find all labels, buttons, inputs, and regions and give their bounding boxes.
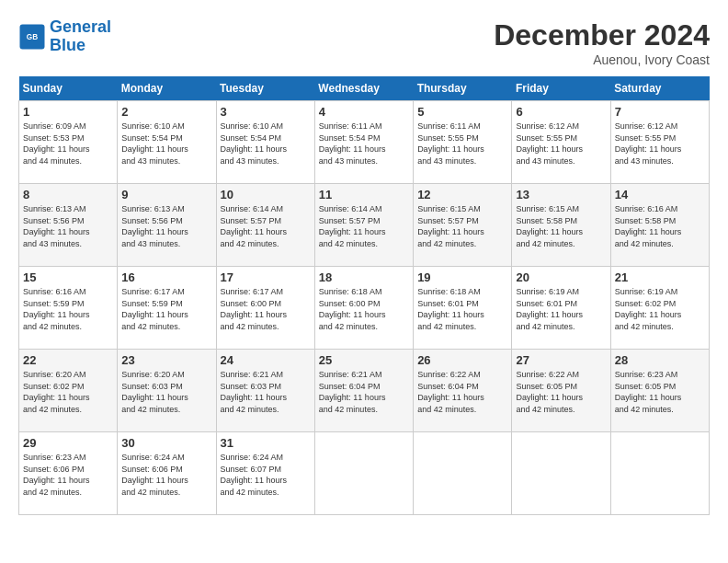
calendar-cell (512, 432, 610, 515)
day-info: Sunrise: 6:20 AM Sunset: 6:02 PM Dayligh… (23, 369, 113, 415)
day-info: Sunrise: 6:15 AM Sunset: 5:57 PM Dayligh… (417, 203, 507, 249)
calendar-cell: 10Sunrise: 6:14 AM Sunset: 5:57 PM Dayli… (216, 184, 314, 267)
calendar-cell (314, 432, 413, 515)
day-number: 31 (221, 436, 311, 450)
day-number: 19 (417, 270, 507, 284)
logo: GB General Blue (18, 18, 111, 55)
day-info: Sunrise: 6:17 AM Sunset: 6:00 PM Dayligh… (221, 286, 311, 332)
day-info: Sunrise: 6:14 AM Sunset: 5:57 PM Dayligh… (319, 203, 409, 249)
day-info: Sunrise: 6:10 AM Sunset: 5:54 PM Dayligh… (121, 121, 211, 167)
day-info: Sunrise: 6:12 AM Sunset: 5:55 PM Dayligh… (615, 121, 705, 167)
day-number: 8 (23, 188, 113, 201)
calendar-cell: 24Sunrise: 6:21 AM Sunset: 6:03 PM Dayli… (216, 350, 314, 432)
calendar-cell: 1Sunrise: 6:09 AM Sunset: 5:53 PM Daylig… (19, 101, 118, 184)
calendar-cell: 11Sunrise: 6:14 AM Sunset: 5:57 PM Dayli… (314, 184, 413, 267)
calendar-cell: 9Sunrise: 6:13 AM Sunset: 5:56 PM Daylig… (118, 184, 216, 267)
day-number: 11 (319, 188, 409, 201)
day-number: 20 (516, 270, 606, 284)
day-info: Sunrise: 6:21 AM Sunset: 6:03 PM Dayligh… (221, 369, 311, 415)
day-info: Sunrise: 6:18 AM Sunset: 6:01 PM Dayligh… (417, 286, 507, 332)
day-number: 24 (221, 353, 311, 367)
header-monday: Monday (118, 76, 216, 101)
page-header: GB General Blue December 2024 Auenou, Iv… (18, 18, 710, 67)
day-info: Sunrise: 6:12 AM Sunset: 5:55 PM Dayligh… (516, 121, 606, 167)
day-number: 25 (319, 353, 409, 367)
calendar-cell (610, 432, 709, 515)
calendar-cell: 30Sunrise: 6:24 AM Sunset: 6:06 PM Dayli… (118, 432, 216, 515)
day-number: 14 (615, 188, 705, 201)
calendar-cell: 6Sunrise: 6:12 AM Sunset: 5:55 PM Daylig… (512, 101, 610, 184)
day-number: 17 (221, 270, 311, 284)
day-info: Sunrise: 6:11 AM Sunset: 5:55 PM Dayligh… (417, 121, 507, 167)
day-number: 23 (121, 353, 211, 367)
svg-text:GB: GB (27, 33, 38, 41)
calendar-table: Sunday Monday Tuesday Wednesday Thursday… (18, 76, 710, 515)
calendar-cell: 16Sunrise: 6:17 AM Sunset: 5:59 PM Dayli… (118, 267, 216, 350)
day-info: Sunrise: 6:24 AM Sunset: 6:07 PM Dayligh… (221, 452, 311, 498)
calendar-header-row: Sunday Monday Tuesday Wednesday Thursday… (19, 76, 710, 101)
calendar-cell: 8Sunrise: 6:13 AM Sunset: 5:56 PM Daylig… (19, 184, 118, 267)
calendar-week-row: 15Sunrise: 6:16 AM Sunset: 5:59 PM Dayli… (19, 267, 710, 350)
calendar-week-row: 29Sunrise: 6:23 AM Sunset: 6:06 PM Dayli… (19, 432, 710, 515)
calendar-cell: 31Sunrise: 6:24 AM Sunset: 6:07 PM Dayli… (216, 432, 314, 515)
day-info: Sunrise: 6:14 AM Sunset: 5:57 PM Dayligh… (221, 203, 311, 249)
calendar-cell: 21Sunrise: 6:19 AM Sunset: 6:02 PM Dayli… (610, 267, 709, 350)
day-number: 28 (615, 353, 705, 367)
calendar-cell: 26Sunrise: 6:22 AM Sunset: 6:04 PM Dayli… (414, 350, 512, 432)
calendar-cell: 19Sunrise: 6:18 AM Sunset: 6:01 PM Dayli… (414, 267, 512, 350)
logo-icon: GB (18, 23, 46, 51)
location: Auenou, Ivory Coast (494, 52, 710, 67)
calendar-cell: 27Sunrise: 6:22 AM Sunset: 6:05 PM Dayli… (512, 350, 610, 432)
calendar-cell: 13Sunrise: 6:15 AM Sunset: 5:58 PM Dayli… (512, 184, 610, 267)
day-info: Sunrise: 6:19 AM Sunset: 6:02 PM Dayligh… (615, 286, 705, 332)
day-number: 26 (417, 353, 507, 367)
day-number: 6 (516, 105, 606, 119)
calendar-cell: 5Sunrise: 6:11 AM Sunset: 5:55 PM Daylig… (414, 101, 512, 184)
calendar-cell: 12Sunrise: 6:15 AM Sunset: 5:57 PM Dayli… (414, 184, 512, 267)
day-info: Sunrise: 6:15 AM Sunset: 5:58 PM Dayligh… (516, 203, 606, 249)
day-number: 12 (417, 188, 507, 201)
day-info: Sunrise: 6:11 AM Sunset: 5:54 PM Dayligh… (319, 121, 409, 167)
day-number: 27 (516, 353, 606, 367)
day-number: 10 (221, 188, 311, 201)
calendar-cell: 18Sunrise: 6:18 AM Sunset: 6:00 PM Dayli… (314, 267, 413, 350)
day-info: Sunrise: 6:18 AM Sunset: 6:00 PM Dayligh… (319, 286, 409, 332)
day-number: 3 (221, 105, 311, 119)
day-number: 5 (417, 105, 507, 119)
calendar-cell: 3Sunrise: 6:10 AM Sunset: 5:54 PM Daylig… (216, 101, 314, 184)
calendar-cell: 14Sunrise: 6:16 AM Sunset: 5:58 PM Dayli… (610, 184, 709, 267)
day-info: Sunrise: 6:23 AM Sunset: 6:06 PM Dayligh… (23, 452, 113, 498)
calendar-cell: 17Sunrise: 6:17 AM Sunset: 6:00 PM Dayli… (216, 267, 314, 350)
day-number: 7 (615, 105, 705, 119)
day-number: 21 (615, 270, 705, 284)
month-title: December 2024 (494, 18, 710, 52)
calendar-cell: 22Sunrise: 6:20 AM Sunset: 6:02 PM Dayli… (19, 350, 118, 432)
calendar-cell: 7Sunrise: 6:12 AM Sunset: 5:55 PM Daylig… (610, 101, 709, 184)
calendar-cell: 20Sunrise: 6:19 AM Sunset: 6:01 PM Dayli… (512, 267, 610, 350)
day-number: 22 (23, 353, 113, 367)
day-number: 9 (121, 188, 211, 201)
calendar-cell: 2Sunrise: 6:10 AM Sunset: 5:54 PM Daylig… (118, 101, 216, 184)
day-info: Sunrise: 6:22 AM Sunset: 6:05 PM Dayligh… (516, 369, 606, 415)
day-info: Sunrise: 6:16 AM Sunset: 5:59 PM Dayligh… (23, 286, 113, 332)
calendar-cell: 23Sunrise: 6:20 AM Sunset: 6:03 PM Dayli… (118, 350, 216, 432)
calendar-cell (414, 432, 512, 515)
calendar-cell: 28Sunrise: 6:23 AM Sunset: 6:05 PM Dayli… (610, 350, 709, 432)
title-area: December 2024 Auenou, Ivory Coast (494, 18, 710, 67)
logo-text: General Blue (50, 18, 111, 55)
calendar-cell: 15Sunrise: 6:16 AM Sunset: 5:59 PM Dayli… (19, 267, 118, 350)
calendar-cell: 25Sunrise: 6:21 AM Sunset: 6:04 PM Dayli… (314, 350, 413, 432)
day-number: 4 (319, 105, 409, 119)
day-info: Sunrise: 6:21 AM Sunset: 6:04 PM Dayligh… (319, 369, 409, 415)
calendar-week-row: 8Sunrise: 6:13 AM Sunset: 5:56 PM Daylig… (19, 184, 710, 267)
day-info: Sunrise: 6:13 AM Sunset: 5:56 PM Dayligh… (121, 203, 211, 249)
day-info: Sunrise: 6:09 AM Sunset: 5:53 PM Dayligh… (23, 121, 113, 167)
day-info: Sunrise: 6:23 AM Sunset: 6:05 PM Dayligh… (615, 369, 705, 415)
day-number: 2 (121, 105, 211, 119)
day-info: Sunrise: 6:22 AM Sunset: 6:04 PM Dayligh… (417, 369, 507, 415)
day-info: Sunrise: 6:17 AM Sunset: 5:59 PM Dayligh… (121, 286, 211, 332)
day-info: Sunrise: 6:19 AM Sunset: 6:01 PM Dayligh… (516, 286, 606, 332)
header-sunday: Sunday (19, 76, 118, 101)
day-info: Sunrise: 6:10 AM Sunset: 5:54 PM Dayligh… (221, 121, 311, 167)
header-friday: Friday (512, 76, 610, 101)
